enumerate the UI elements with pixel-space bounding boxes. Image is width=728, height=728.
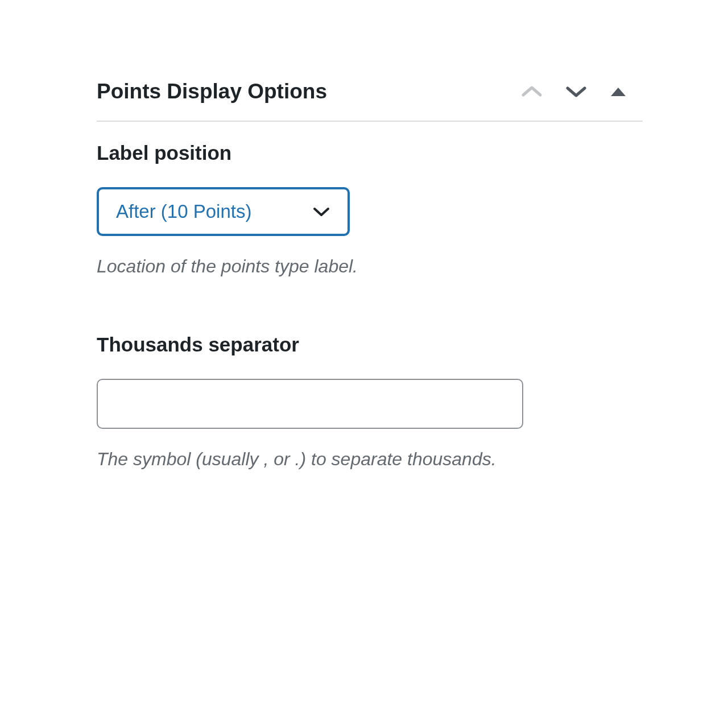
label-position-field: Label position After (10 Points) Locatio… [97,142,643,279]
panel-title: Points Display Options [97,80,327,104]
move-up-icon[interactable] [521,85,543,98]
label-position-value: After (10 Points) [116,201,251,222]
thousands-separator-label: Thousands separator [97,333,643,356]
thousands-separator-field: Thousands separator The symbol (usually … [97,333,643,472]
label-position-select[interactable]: After (10 Points) [97,187,350,236]
move-down-icon[interactable] [565,85,587,98]
thousands-separator-input[interactable] [97,379,523,429]
label-position-description: Location of the points type label. [97,253,643,279]
panel-controls [521,85,627,98]
label-position-select-wrapper: After (10 Points) [97,187,350,236]
panel-header: Points Display Options [97,80,643,122]
chevron-down-icon [312,206,330,217]
label-position-label: Label position [97,142,643,164]
thousands-separator-description: The symbol (usually , or .) to separate … [97,446,643,472]
collapse-icon[interactable] [610,86,627,97]
